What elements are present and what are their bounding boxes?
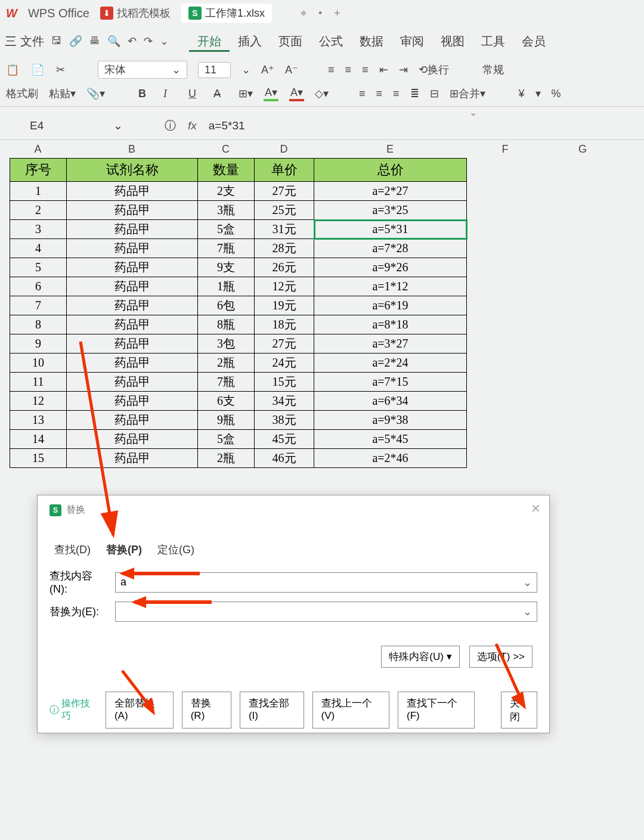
distribute-icon[interactable]: ⊟ <box>430 87 439 100</box>
cell[interactable]: a=2*46 <box>314 449 467 468</box>
menu-item-8[interactable]: 会员 <box>513 32 554 50</box>
dialog-tab[interactable]: 定位(G) <box>157 543 194 557</box>
ribbon-collapse-icon[interactable]: ⌄ <box>469 107 477 111</box>
cell[interactable]: 11 <box>10 373 67 392</box>
cell[interactable]: a=9*26 <box>314 258 467 277</box>
cell[interactable]: a=3*25 <box>314 201 467 220</box>
col-header-G[interactable]: G <box>544 143 621 156</box>
cell[interactable]: 药品甲 <box>67 392 198 411</box>
redo-icon[interactable]: ↷ <box>144 35 153 48</box>
underline-button[interactable]: U <box>188 88 203 100</box>
cell[interactable]: 6包 <box>198 296 255 315</box>
cell[interactable]: 46元 <box>255 449 314 468</box>
cell[interactable]: 2 <box>10 201 67 220</box>
cell[interactable]: 7 <box>10 296 67 315</box>
cell[interactable]: 38元 <box>255 411 314 430</box>
menu-item-6[interactable]: 视图 <box>432 32 473 50</box>
cell[interactable]: 2瓶 <box>198 449 255 468</box>
dialog-button-2[interactable]: 查找全部(I) <box>240 692 304 729</box>
clipboard-icon[interactable]: 📎▾ <box>86 87 105 100</box>
cell[interactable]: a=2*24 <box>314 354 467 373</box>
number-format-select[interactable]: 常规 <box>482 63 504 77</box>
cell[interactable]: 药品甲 <box>67 430 198 449</box>
cell[interactable]: 1瓶 <box>198 277 255 296</box>
indent-increase-icon[interactable]: ⇥ <box>399 63 408 76</box>
cell[interactable]: 2瓶 <box>198 354 255 373</box>
cell[interactable]: 14 <box>10 430 67 449</box>
print-icon[interactable]: 🖶 <box>89 35 100 48</box>
cell[interactable]: 药品甲 <box>67 258 198 277</box>
col-header-B[interactable]: B <box>66 143 197 156</box>
table-header[interactable]: 单价 <box>255 159 314 182</box>
replace-input[interactable]: ⌄ <box>115 602 537 622</box>
italic-button[interactable]: I <box>163 88 178 100</box>
cell[interactable]: 5 <box>10 258 67 277</box>
cell[interactable]: a=9*38 <box>314 411 467 430</box>
borders-button[interactable]: ⊞▾ <box>239 87 253 100</box>
menu-item-0[interactable]: 开始 <box>189 32 230 52</box>
dialog-button-3[interactable]: 查找上一个(V) <box>312 692 389 729</box>
menu-item-3[interactable]: 公式 <box>311 32 351 50</box>
col-header-E[interactable]: E <box>314 143 466 156</box>
table-header[interactable]: 总价 <box>314 159 467 182</box>
share-icon[interactable]: 🔗 <box>69 35 82 48</box>
cell[interactable]: 6 <box>10 277 67 296</box>
chevron-down-icon[interactable]: ⌄ <box>523 605 532 618</box>
bold-button[interactable]: B <box>138 88 153 100</box>
table-header[interactable]: 试剂名称 <box>67 159 198 182</box>
cell[interactable]: 药品甲 <box>67 296 198 315</box>
cell[interactable]: 10 <box>10 354 67 373</box>
cell[interactable]: 27元 <box>255 182 314 201</box>
cell[interactable]: 3包 <box>198 334 255 354</box>
cell[interactable]: 15 <box>10 449 67 468</box>
justify-icon[interactable]: ≣ <box>410 87 419 100</box>
align-right-icon[interactable]: ≡ <box>393 88 400 100</box>
menu-item-4[interactable]: 数据 <box>351 32 392 50</box>
cell[interactable]: 8 <box>10 315 67 334</box>
align-top-icon[interactable]: ≡ <box>328 64 335 76</box>
cell[interactable]: a=5*31 <box>314 220 467 239</box>
font-color-button[interactable]: A▾ <box>289 86 304 101</box>
paste-icon[interactable]: 📄 <box>31 63 45 76</box>
dialog-button-1[interactable]: 替换(R) <box>182 692 231 729</box>
font-name-select[interactable]: 宋体⌄ <box>98 61 187 79</box>
currency-button[interactable]: ¥ <box>519 88 525 100</box>
cell[interactable]: a=1*12 <box>314 277 467 296</box>
strikethrough-button[interactable]: A̶ <box>213 87 228 100</box>
percent-button[interactable]: % <box>552 88 561 100</box>
cell[interactable]: 药品甲 <box>67 220 198 239</box>
menu-item-5[interactable]: 审阅 <box>392 32 432 50</box>
align-bottom-icon[interactable]: ≡ <box>362 64 369 76</box>
cell[interactable]: a=3*27 <box>314 334 467 354</box>
save-icon[interactable]: 🖫 <box>51 35 62 48</box>
cell[interactable]: 药品甲 <box>67 182 198 201</box>
cell[interactable]: 25元 <box>255 201 314 220</box>
cell[interactable]: a=6*19 <box>314 296 467 315</box>
chevron-down-icon[interactable]: ⌄ <box>160 35 169 48</box>
decrease-font-icon[interactable]: A⁻ <box>285 63 298 76</box>
merge-button[interactable]: ⊞ 合并▾ <box>450 86 485 101</box>
cell[interactable]: a=7*28 <box>314 239 467 258</box>
file-tab[interactable]: S 工作簿1.xlsx <box>181 4 272 23</box>
cell[interactable]: 27元 <box>255 334 314 354</box>
new-tab-plus-icon[interactable]: + <box>334 7 340 20</box>
format-painter-button[interactable]: 格式刷 <box>6 86 38 101</box>
cell[interactable]: 3 <box>10 220 67 239</box>
cell[interactable]: a=8*18 <box>314 315 467 334</box>
file-menu[interactable]: 三 文件 <box>5 33 44 49</box>
cell[interactable]: 45元 <box>255 430 314 449</box>
preview-icon[interactable]: 🔍 <box>107 35 120 48</box>
cell[interactable]: 4 <box>10 239 67 258</box>
cell[interactable]: a=5*45 <box>314 430 467 449</box>
cell[interactable]: 药品甲 <box>67 411 198 430</box>
special-content-button[interactable]: 特殊内容(U) ▾ <box>381 646 459 668</box>
table-header[interactable]: 序号 <box>10 159 67 182</box>
menu-item-1[interactable]: 插入 <box>230 32 270 50</box>
cell[interactable]: 7瓶 <box>198 373 255 392</box>
cell[interactable]: a=7*15 <box>314 373 467 392</box>
wrap-text-button[interactable]: ⟲ 换行 <box>419 63 449 77</box>
col-header-C[interactable]: C <box>197 143 254 156</box>
cell[interactable]: 药品甲 <box>67 449 198 468</box>
cell[interactable]: 药品甲 <box>67 354 198 373</box>
dialog-button-0[interactable]: 全部替换(A) <box>106 692 174 729</box>
